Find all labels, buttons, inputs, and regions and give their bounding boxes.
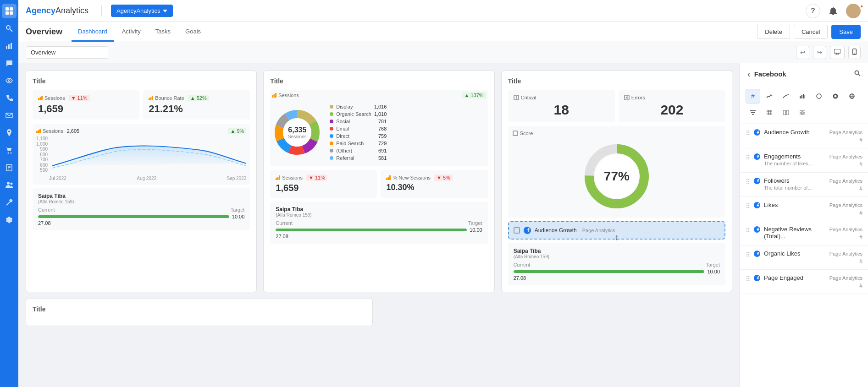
panel-list-item[interactable]: ⠿ Page Engaged Page Analytics # — [740, 270, 868, 294]
critical-metric: Critical 18 — [508, 90, 615, 122]
svg-rect-31 — [36, 131, 38, 133]
svg-rect-88 — [803, 113, 805, 115]
panel-item-badge: Page Analytics — [829, 129, 862, 135]
svg-rect-19 — [834, 49, 840, 53]
goal-1-name: Saipa Tiba — [38, 193, 244, 199]
panel-icon-line[interactable] — [762, 89, 777, 104]
panel-item-text: Organic Likes — [764, 250, 826, 257]
panel-icon-grid2[interactable] — [795, 105, 810, 120]
help-icon[interactable]: ? — [806, 4, 820, 18]
panel-list-item[interactable]: ⠿ Organic Likes Page Analytics # — [740, 245, 868, 270]
panel-icon-curve[interactable] — [779, 89, 793, 104]
tab-dashboard[interactable]: Dashboard — [72, 22, 114, 42]
logo: AgencyAnalytics — [26, 6, 88, 16]
legend-item: Social781 — [330, 119, 387, 124]
save-button[interactable]: Save — [831, 25, 861, 39]
widget-1-title: Title — [33, 77, 250, 85]
svg-rect-36 — [275, 93, 276, 98]
panel-icon-globe[interactable] — [845, 89, 859, 104]
undo-button[interactable]: ↩ — [796, 46, 809, 59]
panel-icon-table[interactable] — [762, 105, 777, 120]
sidebar-icon-grid[interactable] — [2, 4, 17, 18]
svg-rect-7 — [8, 44, 10, 49]
goal-2-name: Saipa Tiba — [276, 206, 482, 213]
panel-icon-bar[interactable] — [795, 89, 810, 104]
donut-label: Sessions — [278, 93, 299, 98]
panel-list-item[interactable]: ⠿ Engagements The number of likes,... Pa… — [740, 148, 868, 173]
svg-rect-30 — [152, 96, 153, 100]
sidebar-icon-tools[interactable] — [2, 195, 17, 210]
panel-icon-circle[interactable] — [812, 89, 826, 104]
svg-rect-48 — [277, 177, 279, 180]
drag-cursor[interactable]: ↕ — [614, 233, 619, 242]
svg-rect-77 — [752, 114, 754, 115]
sidebar-icon-search[interactable] — [2, 21, 17, 36]
new-sessions-value: 10.30% — [386, 183, 482, 192]
panel-icon-hash[interactable]: # — [746, 89, 760, 104]
tab-goals[interactable]: Goals — [179, 22, 207, 42]
goal-3-current: 27.08 — [514, 275, 720, 281]
widget-1: Title Sessions ▼ 11% 1,659 — [26, 71, 257, 292]
goal-1-target: 10.00 — [232, 214, 245, 219]
goal-3-target: 10.00 — [707, 269, 720, 274]
mini-sessions-metric: Sessions ▼ 11% 1,659 — [270, 170, 377, 198]
sidebar-icon-cart[interactable] — [2, 143, 17, 158]
sidebar-icon-doc[interactable] — [2, 160, 17, 175]
tab-tasks[interactable]: Tasks — [149, 22, 177, 42]
tab-activity[interactable]: Activity — [116, 22, 147, 42]
legend-item: Email768 — [330, 126, 387, 131]
cancel-button[interactable]: Cancel — [794, 25, 828, 39]
svg-rect-35 — [274, 94, 275, 98]
drag-handle: ⠿ — [746, 130, 750, 137]
panel-icon-grid: # — [740, 85, 868, 124]
chart-x-sep: Sep 2022 — [227, 176, 246, 181]
sidebar-icon-mail[interactable] — [2, 108, 17, 123]
agency-select[interactable]: AgencyAnalytics — [111, 5, 173, 17]
desktop-view-button[interactable] — [830, 46, 845, 59]
panel-item-name: Engagements — [764, 153, 826, 160]
legend-item: Paid Search729 — [330, 141, 387, 146]
goal-3-name: Saipa Tiba — [514, 248, 720, 254]
redo-button[interactable]: ↪ — [813, 46, 826, 59]
sidebar-icon-people[interactable] — [2, 178, 17, 192]
critical-label: Critical — [521, 95, 536, 100]
errors-metric: Errors 202 — [619, 90, 725, 122]
svg-point-64 — [855, 71, 859, 75]
sidebar-icon-chart[interactable] — [2, 38, 17, 53]
panel-list-item[interactable]: ⠿ Likes Page Analytics # — [740, 197, 868, 221]
sidebar-icon-settings[interactable] — [2, 213, 17, 227]
donut-center-value: 6,335 — [288, 126, 307, 134]
svg-rect-8 — [11, 43, 12, 49]
panel-title: Facebook — [754, 70, 851, 78]
mobile-view-button[interactable] — [848, 46, 861, 59]
sidebar-icon-eye[interactable] — [2, 73, 17, 88]
panel-list-item[interactable]: ⠿ Negative Reviews (Total)... Page Analy… — [740, 221, 868, 245]
panel-back-button[interactable]: ‹ — [747, 69, 751, 79]
panel-icon-filter[interactable] — [746, 105, 760, 120]
widget-2: Title Sessions ▲ 137% — [263, 71, 494, 292]
panel-item-sub: The total number of... — [764, 185, 826, 191]
panel-list-item[interactable]: ⠿ Audience Growth Page Analytics # — [740, 124, 868, 148]
sessions-label: Sessions — [44, 95, 65, 101]
sidebar-icon-chat[interactable] — [2, 56, 17, 71]
notification-icon[interactable] — [826, 4, 840, 18]
avatar[interactable] — [846, 4, 861, 18]
delete-button[interactable]: Delete — [757, 25, 790, 39]
goal-2-target: 10.00 — [470, 227, 482, 233]
svg-rect-66 — [800, 96, 801, 98]
new-sessions-metric: % New Sessions ▼ 5% 10.30% — [381, 170, 487, 198]
panel-item-text: Audience Growth — [764, 129, 826, 136]
panel-icon-donut[interactable] — [828, 89, 843, 104]
svg-rect-32 — [38, 130, 39, 133]
svg-rect-2 — [6, 11, 9, 15]
panel-search-button[interactable] — [854, 70, 861, 78]
widget-3: Title Critical 18 Errors — [501, 71, 732, 292]
panel-list-item[interactable]: ⠿ Followers The total number of... Page … — [740, 173, 868, 197]
sidebar-icon-phone[interactable] — [2, 91, 17, 105]
dashboard-title-input[interactable] — [26, 46, 108, 59]
canvas: Title Sessions ▼ 11% 1,659 — [18, 63, 740, 387]
svg-rect-26 — [40, 97, 41, 100]
panel-item-hash: # — [859, 137, 862, 143]
sidebar-icon-pin[interactable] — [2, 125, 17, 140]
panel-icon-split[interactable] — [779, 105, 793, 120]
